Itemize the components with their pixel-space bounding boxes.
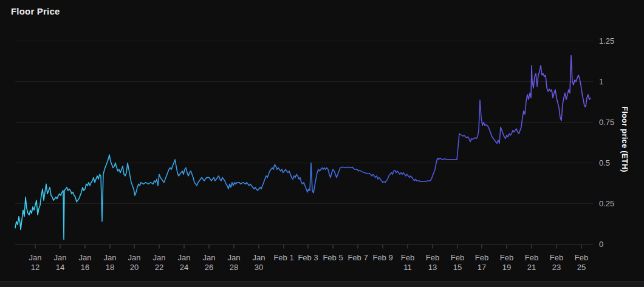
x-tick-label: Feb13 [419, 253, 447, 272]
x-tick-label: Feb 3 [294, 253, 322, 263]
x-tick-label: Jan14 [46, 253, 74, 272]
y-tick-label: 1 [599, 77, 627, 87]
bottom-panel-edge [0, 281, 644, 287]
x-tick-label: Jan22 [145, 253, 173, 272]
x-tick-label: Jan26 [195, 253, 223, 272]
x-tick-label: Feb25 [567, 253, 595, 272]
floor-price-chart: 00.250.50.7511.25 Jan12Jan14Jan16Jan18Ja… [0, 0, 644, 287]
x-tick-label: Jan28 [220, 253, 248, 272]
x-tick-label: Jan24 [170, 253, 198, 272]
x-tick-label: Jan20 [120, 253, 148, 272]
x-tick-label: Feb19 [493, 253, 521, 272]
x-tick-label: Feb11 [394, 253, 422, 272]
line-chart-canvas[interactable] [0, 0, 644, 287]
y-tick-label: 1.25 [599, 36, 627, 46]
x-tick-label: Jan12 [21, 253, 49, 272]
x-tick-label: Feb 9 [369, 253, 397, 263]
x-tick-label: Feb17 [468, 253, 496, 272]
x-tick-label: Jan30 [245, 253, 273, 272]
x-tick-label: Feb23 [543, 253, 570, 272]
x-tick-label: Jan16 [71, 253, 99, 272]
y-tick-label: 0.25 [599, 199, 627, 209]
x-tick-label: Feb21 [518, 253, 546, 272]
y-tick-label: 0 [599, 240, 627, 249]
x-tick-label: Feb 5 [319, 253, 347, 263]
x-tick-label: Feb 7 [344, 253, 372, 263]
floor-price-line [15, 56, 591, 240]
y-axis-title: Floor price (ETH) [620, 106, 629, 180]
